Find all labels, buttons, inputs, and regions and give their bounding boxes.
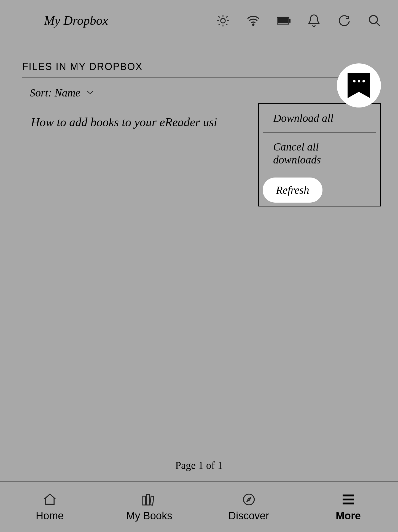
svg-rect-12 (289, 19, 291, 22)
compass-icon (242, 492, 256, 507)
header: My Dropbox (0, 0, 398, 36)
nav-mybooks[interactable]: My Books (99, 482, 199, 532)
menu-item-refresh[interactable]: Refresh (263, 178, 322, 203)
menu-item-cancel-all[interactable]: Cancel all downloads (263, 133, 376, 174)
menu-item-download-all[interactable]: Download all (263, 104, 376, 133)
bottom-nav: Home My Books Discover More (0, 481, 398, 532)
section-heading: FILES IN MY DROPBOX (22, 61, 376, 78)
actions-menu: Download all Cancel all downloads Refres… (258, 103, 381, 206)
battery-icon[interactable] (277, 14, 291, 28)
brightness-icon[interactable] (216, 14, 230, 28)
nav-discover-label: Discover (228, 510, 269, 522)
svg-rect-11 (278, 18, 287, 23)
svg-point-9 (253, 24, 254, 25)
nav-home-label: Home (36, 510, 64, 522)
sort-label: Sort: Name (30, 86, 80, 99)
sync-icon[interactable] (337, 14, 351, 28)
nav-more-label: More (336, 510, 361, 522)
svg-rect-16 (147, 495, 149, 505)
search-icon[interactable] (368, 14, 381, 28)
nav-more[interactable]: More (298, 482, 398, 532)
wifi-icon[interactable] (246, 14, 260, 28)
svg-line-3 (219, 16, 220, 17)
svg-line-4 (226, 24, 227, 25)
svg-line-14 (376, 22, 380, 26)
sort-dropdown[interactable]: Sort: Name (22, 78, 376, 107)
svg-rect-15 (143, 496, 146, 505)
svg-line-8 (226, 16, 227, 17)
svg-point-0 (221, 18, 225, 23)
pagination-label: Page 1 of 1 (0, 459, 398, 471)
nav-mybooks-label: My Books (126, 510, 172, 522)
page-title: My Dropbox (44, 13, 216, 28)
svg-rect-17 (150, 496, 154, 505)
nav-home[interactable]: Home (0, 482, 99, 532)
menu-icon (341, 492, 355, 507)
books-icon (142, 492, 157, 507)
svg-point-13 (369, 15, 377, 23)
bell-icon[interactable] (307, 14, 321, 28)
bookmark-more-icon (348, 73, 370, 98)
nav-discover[interactable]: Discover (199, 482, 298, 532)
svg-point-18 (243, 494, 254, 505)
home-icon (43, 492, 57, 507)
more-actions-button[interactable] (337, 63, 381, 108)
svg-line-7 (219, 24, 220, 25)
chevron-down-icon (86, 90, 94, 96)
svg-marker-19 (247, 498, 251, 501)
header-icons (216, 14, 381, 28)
